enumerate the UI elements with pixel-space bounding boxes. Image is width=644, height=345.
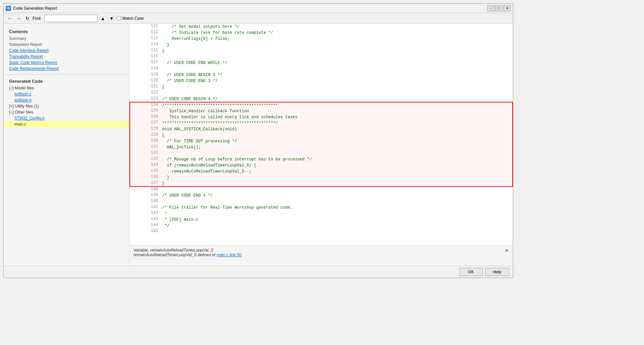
line-code [161, 66, 513, 72]
find-input[interactable] [44, 15, 98, 22]
line-number: 145 [130, 229, 161, 235]
table-row: 119 /* USER CODE BEGIN 3 */ [130, 72, 513, 78]
line-code: } [161, 181, 513, 187]
line-code: /* USER CODE END WHILE */ [161, 60, 513, 66]
back-button[interactable]: ← [6, 15, 14, 22]
table-row: 145 [130, 229, 513, 235]
sidebar-link-stm32-config[interactable]: STM32_Config.h [4, 115, 129, 121]
table-row: 142 * [130, 211, 513, 217]
line-code: /* USER CODE BEGIN 3 */ [161, 72, 513, 78]
line-code: /* For TIME OUT processing */ [161, 138, 513, 144]
minimize-button[interactable]: − [487, 5, 495, 11]
sidebar-link-traceability[interactable]: Traceability Report [4, 54, 129, 60]
line-code: { [161, 132, 513, 138]
window-controls: − □ ✕ [487, 5, 511, 11]
table-row: 128void HAL_SYSTICK_Callback(void) [130, 126, 513, 132]
help-button[interactable]: Help [485, 268, 509, 276]
find-label: Find: [33, 16, 42, 21]
utility-files-header: [+] Utility files (1) [4, 103, 129, 109]
line-number: 132 [130, 150, 161, 156]
line-number: 127 [130, 120, 161, 126]
line-number: 135 [130, 168, 161, 175]
line-code: This handler is called every tick and sc… [161, 114, 513, 120]
line-code: */ [161, 223, 513, 229]
sidebar-link-subsystem[interactable]: Subsystem Report [4, 42, 129, 48]
line-code [161, 187, 513, 193]
line-code [161, 199, 513, 205]
line-number: 125 [130, 108, 161, 114]
match-case-checkbox[interactable] [117, 16, 121, 20]
line-number: 128 [130, 126, 161, 132]
line-number: 136 [130, 175, 161, 181]
line-code: /* USER CODE END 4 */ [161, 193, 513, 199]
table-row: 141/* File trailer for Real-Time Worksho… [130, 205, 513, 211]
down-icon: ▼ [109, 16, 114, 21]
status-bar: Variable: remainAutoReloadTimerLoopVal_S… [129, 246, 513, 266]
sidebar-link-code-interface[interactable]: Code Interface Report [4, 48, 129, 54]
line-number: 138 [130, 187, 161, 193]
definition-link[interactable]: main.c line 50 [217, 253, 241, 257]
ok-button[interactable]: OK [459, 268, 483, 276]
table-row: 113 OverrunFlags[0] = false; [130, 36, 513, 42]
line-code: /* USER CODE END 3 */ [161, 78, 513, 84]
definition-text: remainAutoReloadTimerLoopVal_S defined a… [133, 253, 215, 257]
forward-icon: → [16, 16, 21, 21]
sidebar-link-ledflash-h[interactable]: ledflash.h [4, 97, 129, 103]
line-number: 115 [130, 48, 161, 54]
line-number: 116 [130, 54, 161, 60]
table-row: 134 if (remainAutoReloadTimerLoopVal_S) … [130, 162, 513, 168]
bottom-buttons: OK Help [4, 266, 513, 278]
line-code: ****************************************… [161, 120, 513, 126]
find-down-button[interactable]: ▼ [108, 15, 115, 22]
table-row: 137} [130, 181, 513, 187]
line-number: 124 [130, 102, 161, 108]
refresh-button[interactable]: ↻ [24, 15, 31, 22]
line-number: 131 [130, 144, 161, 150]
line-number: 121 [130, 84, 161, 90]
line-number: 119 [130, 72, 161, 78]
table-row: 130 /* For TIME OUT processing */ [130, 138, 513, 144]
status-close-button[interactable]: ✕ [505, 248, 509, 253]
table-row: 133 /* Manage nb of Loop before interrup… [130, 156, 513, 162]
line-number: 142 [130, 211, 161, 217]
find-up-button[interactable]: ▲ [99, 15, 107, 22]
close-button[interactable]: ✕ [503, 5, 511, 11]
table-row: 135 remainAutoReloadTimerLoopVal_S--; [130, 168, 513, 175]
title-bar: ⚙ Code Generation Report − □ ✕ [4, 4, 513, 13]
table-row: 111 /* Set model outputs here */ [130, 24, 513, 30]
other-files-header: [−] Other files [4, 109, 129, 115]
line-number: 111 [130, 24, 161, 30]
variable-name: remainAutoReloadTimerLoopVal_S [150, 248, 213, 253]
line-number: 112 [130, 30, 161, 36]
table-row: 118 [130, 66, 513, 72]
maximize-button[interactable]: □ [495, 5, 503, 11]
table-row: 122 [130, 90, 513, 96]
sidebar-link-summary[interactable]: Summary [4, 36, 129, 42]
line-code [161, 90, 513, 96]
line-number: 122 [130, 90, 161, 96]
code-scroll-area[interactable]: 111 /* Set model outputs here */112 /* I… [129, 24, 513, 246]
line-number: 144 [130, 223, 161, 229]
sidebar-link-static-metrics[interactable]: Static Code Metrics Report [4, 60, 129, 66]
table-row: 144 */ [130, 223, 513, 229]
model-files-header: [−] Model files [4, 85, 129, 91]
table-row: 112 /* Indicate task for base rate compl… [130, 30, 513, 36]
code-table: 111 /* Set model outputs here */112 /* I… [129, 24, 513, 235]
line-number: 129 [130, 132, 161, 138]
line-number: 113 [130, 36, 161, 42]
sidebar-link-ledflash-c[interactable]: ledflash.c [4, 91, 129, 97]
table-row: 117 /* USER CODE END WHILE */ [130, 60, 513, 66]
line-code: } [161, 42, 513, 48]
sidebar-link-main-c[interactable]: main.c [4, 121, 129, 127]
up-icon: ▲ [101, 16, 105, 21]
line-code [161, 54, 513, 60]
sidebar-link-code-replacements[interactable]: Code Replacements Report [4, 66, 129, 72]
line-number: 134 [130, 162, 161, 168]
match-case-label[interactable]: Match Case [117, 16, 144, 21]
forward-button[interactable]: → [15, 15, 22, 22]
table-row: 139/* USER CODE END 4 */ [130, 193, 513, 199]
main-content: Contents Summary Subsystem Report Code I… [4, 24, 513, 266]
line-number: 117 [130, 60, 161, 66]
line-code: /* File trailer for Real-Time Workshop g… [161, 205, 513, 211]
table-row: 136 } [130, 175, 513, 181]
